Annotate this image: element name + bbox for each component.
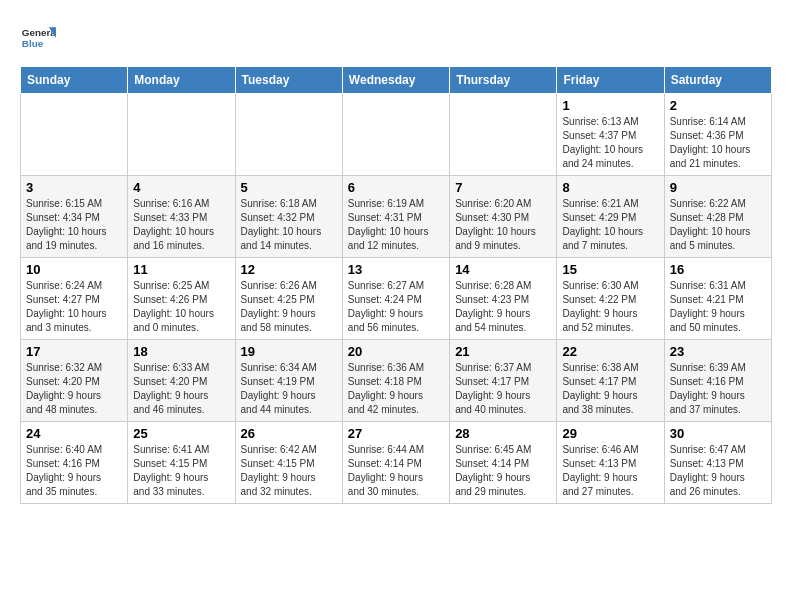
day-info: Sunrise: 6:32 AM Sunset: 4:20 PM Dayligh… [26, 361, 122, 417]
day-info: Sunrise: 6:46 AM Sunset: 4:13 PM Dayligh… [562, 443, 658, 499]
calendar-cell [235, 94, 342, 176]
calendar-cell: 5Sunrise: 6:18 AM Sunset: 4:32 PM Daylig… [235, 176, 342, 258]
day-number: 10 [26, 262, 122, 277]
day-info: Sunrise: 6:45 AM Sunset: 4:14 PM Dayligh… [455, 443, 551, 499]
day-info: Sunrise: 6:26 AM Sunset: 4:25 PM Dayligh… [241, 279, 337, 335]
day-info: Sunrise: 6:37 AM Sunset: 4:17 PM Dayligh… [455, 361, 551, 417]
day-info: Sunrise: 6:18 AM Sunset: 4:32 PM Dayligh… [241, 197, 337, 253]
weekday-header: Sunday [21, 67, 128, 94]
calendar-cell: 30Sunrise: 6:47 AM Sunset: 4:13 PM Dayli… [664, 422, 771, 504]
day-info: Sunrise: 6:28 AM Sunset: 4:23 PM Dayligh… [455, 279, 551, 335]
day-info: Sunrise: 6:13 AM Sunset: 4:37 PM Dayligh… [562, 115, 658, 171]
calendar-cell: 6Sunrise: 6:19 AM Sunset: 4:31 PM Daylig… [342, 176, 449, 258]
day-info: Sunrise: 6:25 AM Sunset: 4:26 PM Dayligh… [133, 279, 229, 335]
weekday-header: Friday [557, 67, 664, 94]
calendar-cell: 14Sunrise: 6:28 AM Sunset: 4:23 PM Dayli… [450, 258, 557, 340]
day-info: Sunrise: 6:39 AM Sunset: 4:16 PM Dayligh… [670, 361, 766, 417]
day-number: 21 [455, 344, 551, 359]
day-info: Sunrise: 6:34 AM Sunset: 4:19 PM Dayligh… [241, 361, 337, 417]
calendar-week-row: 3Sunrise: 6:15 AM Sunset: 4:34 PM Daylig… [21, 176, 772, 258]
day-info: Sunrise: 6:15 AM Sunset: 4:34 PM Dayligh… [26, 197, 122, 253]
day-number: 18 [133, 344, 229, 359]
calendar-cell: 7Sunrise: 6:20 AM Sunset: 4:30 PM Daylig… [450, 176, 557, 258]
day-number: 23 [670, 344, 766, 359]
calendar-cell: 23Sunrise: 6:39 AM Sunset: 4:16 PM Dayli… [664, 340, 771, 422]
day-info: Sunrise: 6:21 AM Sunset: 4:29 PM Dayligh… [562, 197, 658, 253]
day-info: Sunrise: 6:47 AM Sunset: 4:13 PM Dayligh… [670, 443, 766, 499]
day-info: Sunrise: 6:19 AM Sunset: 4:31 PM Dayligh… [348, 197, 444, 253]
calendar-week-row: 1Sunrise: 6:13 AM Sunset: 4:37 PM Daylig… [21, 94, 772, 176]
calendar-cell: 8Sunrise: 6:21 AM Sunset: 4:29 PM Daylig… [557, 176, 664, 258]
weekday-header: Tuesday [235, 67, 342, 94]
weekday-header: Thursday [450, 67, 557, 94]
calendar-cell: 18Sunrise: 6:33 AM Sunset: 4:20 PM Dayli… [128, 340, 235, 422]
calendar-cell: 2Sunrise: 6:14 AM Sunset: 4:36 PM Daylig… [664, 94, 771, 176]
calendar-cell: 28Sunrise: 6:45 AM Sunset: 4:14 PM Dayli… [450, 422, 557, 504]
calendar-cell: 29Sunrise: 6:46 AM Sunset: 4:13 PM Dayli… [557, 422, 664, 504]
day-number: 3 [26, 180, 122, 195]
day-number: 19 [241, 344, 337, 359]
day-info: Sunrise: 6:31 AM Sunset: 4:21 PM Dayligh… [670, 279, 766, 335]
day-info: Sunrise: 6:14 AM Sunset: 4:36 PM Dayligh… [670, 115, 766, 171]
day-number: 14 [455, 262, 551, 277]
day-info: Sunrise: 6:27 AM Sunset: 4:24 PM Dayligh… [348, 279, 444, 335]
weekday-header: Monday [128, 67, 235, 94]
day-info: Sunrise: 6:41 AM Sunset: 4:15 PM Dayligh… [133, 443, 229, 499]
day-info: Sunrise: 6:42 AM Sunset: 4:15 PM Dayligh… [241, 443, 337, 499]
weekday-header: Saturday [664, 67, 771, 94]
day-number: 16 [670, 262, 766, 277]
day-info: Sunrise: 6:22 AM Sunset: 4:28 PM Dayligh… [670, 197, 766, 253]
calendar-cell: 16Sunrise: 6:31 AM Sunset: 4:21 PM Dayli… [664, 258, 771, 340]
calendar-header-row: SundayMondayTuesdayWednesdayThursdayFrid… [21, 67, 772, 94]
day-info: Sunrise: 6:38 AM Sunset: 4:17 PM Dayligh… [562, 361, 658, 417]
day-number: 11 [133, 262, 229, 277]
day-number: 29 [562, 426, 658, 441]
day-number: 6 [348, 180, 444, 195]
day-info: Sunrise: 6:44 AM Sunset: 4:14 PM Dayligh… [348, 443, 444, 499]
day-number: 8 [562, 180, 658, 195]
calendar-cell: 10Sunrise: 6:24 AM Sunset: 4:27 PM Dayli… [21, 258, 128, 340]
day-info: Sunrise: 6:24 AM Sunset: 4:27 PM Dayligh… [26, 279, 122, 335]
day-number: 4 [133, 180, 229, 195]
day-number: 13 [348, 262, 444, 277]
calendar-cell: 1Sunrise: 6:13 AM Sunset: 4:37 PM Daylig… [557, 94, 664, 176]
calendar-week-row: 17Sunrise: 6:32 AM Sunset: 4:20 PM Dayli… [21, 340, 772, 422]
day-number: 17 [26, 344, 122, 359]
day-number: 7 [455, 180, 551, 195]
calendar-cell: 15Sunrise: 6:30 AM Sunset: 4:22 PM Dayli… [557, 258, 664, 340]
calendar-cell: 12Sunrise: 6:26 AM Sunset: 4:25 PM Dayli… [235, 258, 342, 340]
calendar-cell: 27Sunrise: 6:44 AM Sunset: 4:14 PM Dayli… [342, 422, 449, 504]
day-info: Sunrise: 6:20 AM Sunset: 4:30 PM Dayligh… [455, 197, 551, 253]
calendar-table: SundayMondayTuesdayWednesdayThursdayFrid… [20, 66, 772, 504]
day-number: 28 [455, 426, 551, 441]
day-info: Sunrise: 6:33 AM Sunset: 4:20 PM Dayligh… [133, 361, 229, 417]
weekday-header: Wednesday [342, 67, 449, 94]
calendar-cell: 9Sunrise: 6:22 AM Sunset: 4:28 PM Daylig… [664, 176, 771, 258]
day-number: 25 [133, 426, 229, 441]
day-info: Sunrise: 6:16 AM Sunset: 4:33 PM Dayligh… [133, 197, 229, 253]
day-number: 9 [670, 180, 766, 195]
calendar-cell: 4Sunrise: 6:16 AM Sunset: 4:33 PM Daylig… [128, 176, 235, 258]
calendar-cell: 19Sunrise: 6:34 AM Sunset: 4:19 PM Dayli… [235, 340, 342, 422]
day-number: 5 [241, 180, 337, 195]
logo: General Blue [20, 20, 56, 56]
calendar-cell: 20Sunrise: 6:36 AM Sunset: 4:18 PM Dayli… [342, 340, 449, 422]
calendar-cell: 22Sunrise: 6:38 AM Sunset: 4:17 PM Dayli… [557, 340, 664, 422]
day-number: 15 [562, 262, 658, 277]
calendar-cell: 21Sunrise: 6:37 AM Sunset: 4:17 PM Dayli… [450, 340, 557, 422]
calendar-cell [128, 94, 235, 176]
calendar-cell: 17Sunrise: 6:32 AM Sunset: 4:20 PM Dayli… [21, 340, 128, 422]
calendar-cell: 13Sunrise: 6:27 AM Sunset: 4:24 PM Dayli… [342, 258, 449, 340]
calendar-week-row: 10Sunrise: 6:24 AM Sunset: 4:27 PM Dayli… [21, 258, 772, 340]
logo-icon: General Blue [20, 20, 56, 56]
calendar-cell: 3Sunrise: 6:15 AM Sunset: 4:34 PM Daylig… [21, 176, 128, 258]
day-info: Sunrise: 6:40 AM Sunset: 4:16 PM Dayligh… [26, 443, 122, 499]
header: General Blue [20, 20, 772, 56]
calendar-cell [21, 94, 128, 176]
calendar-body: 1Sunrise: 6:13 AM Sunset: 4:37 PM Daylig… [21, 94, 772, 504]
calendar-cell: 26Sunrise: 6:42 AM Sunset: 4:15 PM Dayli… [235, 422, 342, 504]
calendar-cell: 11Sunrise: 6:25 AM Sunset: 4:26 PM Dayli… [128, 258, 235, 340]
day-number: 22 [562, 344, 658, 359]
day-number: 30 [670, 426, 766, 441]
day-number: 24 [26, 426, 122, 441]
